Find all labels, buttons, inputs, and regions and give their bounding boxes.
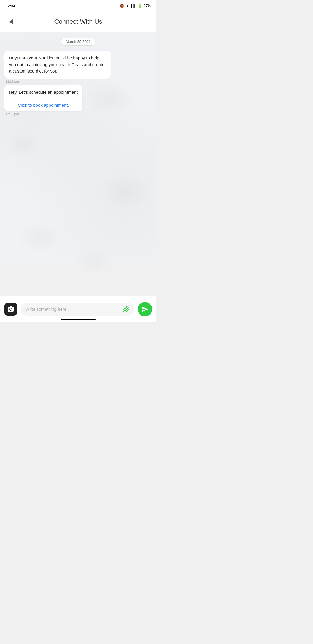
input-wrapper bbox=[21, 303, 134, 316]
battery-percent: 97% bbox=[144, 4, 151, 8]
message-input[interactable] bbox=[25, 307, 120, 312]
signal-icon: ▌▌ bbox=[131, 4, 136, 8]
message-item: Hey! I am your Nutritionist. I'd be happ… bbox=[4, 51, 152, 83]
send-button[interactable] bbox=[138, 302, 152, 316]
message-bubble: Hey! I am your Nutritionist. I'd be happ… bbox=[4, 51, 111, 79]
message-time: 12:16 pm bbox=[6, 80, 19, 83]
message-time-2: 12:16 pm bbox=[6, 112, 19, 116]
send-icon bbox=[141, 306, 148, 313]
status-bar: 12:34 🔕 ▲ ▌▌ 🔋 97% bbox=[0, 0, 156, 12]
camera-icon bbox=[7, 306, 14, 313]
message-text: Hey! I am your Nutritionist. I'd be happ… bbox=[9, 55, 104, 73]
camera-button[interactable] bbox=[4, 303, 17, 316]
input-area bbox=[0, 296, 156, 322]
wifi-icon: ▲ bbox=[126, 4, 129, 8]
paperclip-icon bbox=[123, 306, 130, 313]
main-layout: March 29 2022 Hey! I am your Nutritionis… bbox=[0, 32, 156, 322]
back-button[interactable] bbox=[6, 17, 16, 27]
battery-icon: 🔋 bbox=[138, 4, 142, 8]
app-header: Connect With Us bbox=[0, 12, 156, 32]
date-badge: March 29 2022 bbox=[4, 38, 152, 46]
date-label: March 29 2022 bbox=[61, 38, 96, 46]
status-icons: 🔕 ▲ ▌▌ 🔋 97% bbox=[120, 4, 151, 8]
attach-button[interactable] bbox=[123, 306, 130, 313]
mute-icon: 🔕 bbox=[120, 4, 124, 8]
book-appointment-button[interactable]: Click to book appointment. bbox=[4, 99, 82, 111]
appointment-text: Hey, Let's schedule an appointment bbox=[4, 85, 82, 99]
back-arrow-icon bbox=[9, 19, 13, 24]
chat-area: March 29 2022 Hey! I am your Nutritionis… bbox=[0, 32, 156, 264]
page-title: Connect With Us bbox=[22, 18, 134, 26]
message-item-2: Hey, Let's schedule an appointment Click… bbox=[4, 85, 152, 116]
status-time: 12:34 bbox=[6, 4, 15, 8]
message-bubble-with-button: Hey, Let's schedule an appointment Click… bbox=[4, 85, 82, 111]
home-indicator bbox=[61, 319, 96, 320]
